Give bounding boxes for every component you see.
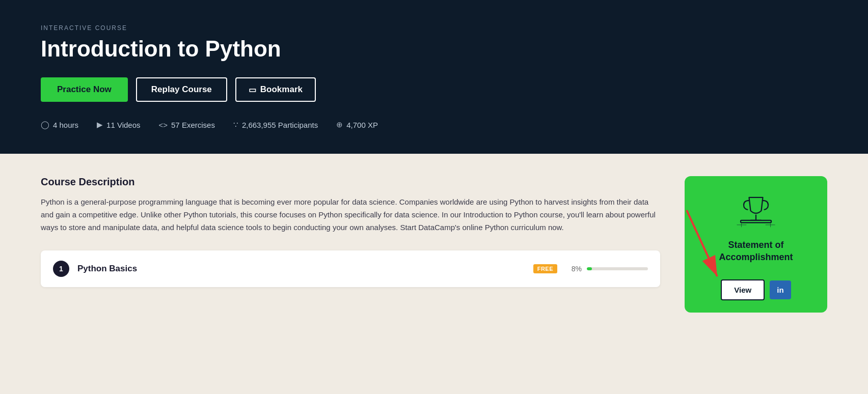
accomplishment-action-buttons: View in xyxy=(721,279,791,300)
content-left: Course Description Python is a general-p… xyxy=(41,176,660,313)
stat-videos: ▶ 11 Videos xyxy=(97,120,140,129)
practice-now-button[interactable]: Practice Now xyxy=(41,77,128,102)
people-icon: ∵ xyxy=(233,120,238,129)
stat-exercises-value: 57 Exercises xyxy=(171,121,215,129)
course-type-label: INTERACTIVE COURSE xyxy=(41,24,827,32)
progress-percentage: 8% xyxy=(565,265,582,273)
course-stats: ◯ 4 hours ▶ 11 Videos <> 57 Exercises ∵ … xyxy=(41,120,827,129)
code-icon: <> xyxy=(159,121,168,129)
chapter-row[interactable]: 1 Python Basics FREE 8% xyxy=(41,250,660,287)
stat-videos-value: 11 Videos xyxy=(106,121,140,129)
stat-xp: ⊕ 4,700 XP xyxy=(336,120,378,129)
trophy-icon-wrapper xyxy=(730,190,781,231)
stat-hours: ◯ 4 hours xyxy=(41,120,78,129)
description-text: Python is a general-purpose programming … xyxy=(41,196,660,234)
stat-xp-value: 4,700 XP xyxy=(346,121,378,129)
free-badge: FREE xyxy=(533,264,557,273)
trophy-icon xyxy=(733,193,779,229)
view-button[interactable]: View xyxy=(721,279,765,300)
bookmark-icon: ▭ xyxy=(249,85,256,95)
accomplishment-title-text: Statement ofAccomplishment xyxy=(719,240,793,262)
action-buttons: Practice Now Replay Course ▭ Bookmark xyxy=(41,77,827,102)
play-icon: ▶ xyxy=(97,120,103,129)
linkedin-button[interactable]: in xyxy=(770,280,791,299)
stat-exercises: <> 57 Exercises xyxy=(159,121,215,129)
accomplishment-title: Statement ofAccomplishment xyxy=(719,239,793,263)
progress-bar-background xyxy=(587,267,648,270)
description-title: Course Description xyxy=(41,176,660,188)
stat-participants-value: 2,663,955 Participants xyxy=(242,121,318,129)
clock-icon: ◯ xyxy=(41,120,49,129)
stat-participants: ∵ 2,663,955 Participants xyxy=(233,120,318,129)
accomplishment-card: Statement ofAccomplishment View in xyxy=(685,176,827,313)
svg-line-8 xyxy=(687,210,717,276)
main-content: Course Description Python is a general-p… xyxy=(0,154,868,335)
content-right: Statement ofAccomplishment View in xyxy=(685,176,827,313)
replay-course-button[interactable]: Replay Course xyxy=(136,77,227,102)
course-title: Introduction to Python xyxy=(41,37,827,61)
hero-section: INTERACTIVE COURSE Introduction to Pytho… xyxy=(0,0,868,154)
bookmark-label: Bookmark xyxy=(260,85,303,95)
stat-hours-value: 4 hours xyxy=(53,121,78,129)
bookmark-button[interactable]: ▭ Bookmark xyxy=(235,77,316,102)
chapter-title: Python Basics xyxy=(77,264,525,274)
chapter-progress: 8% xyxy=(565,265,648,273)
chapter-number: 1 xyxy=(53,261,69,277)
progress-bar-fill xyxy=(587,267,592,270)
xp-icon: ⊕ xyxy=(336,120,343,129)
